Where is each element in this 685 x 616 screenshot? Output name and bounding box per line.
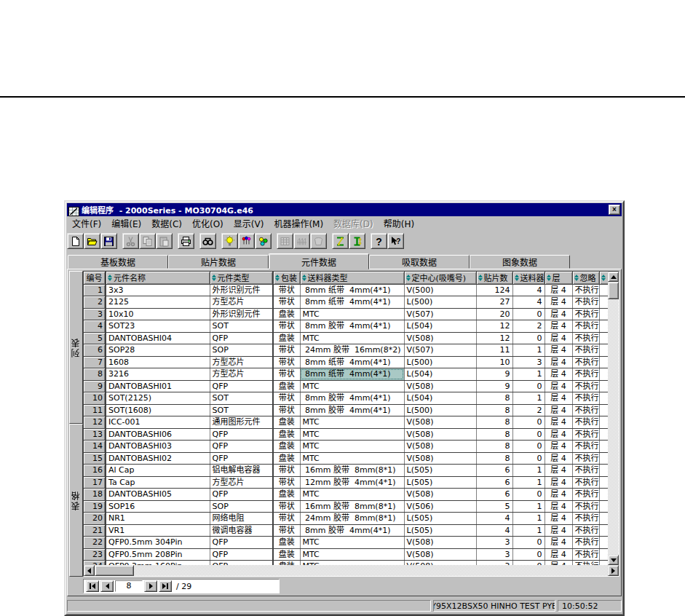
cell[interactable]: SOT	[210, 320, 273, 333]
cell[interactable]: V(508)	[404, 380, 476, 392]
cell[interactable]: 层 4	[545, 296, 572, 309]
vertical-scrollbar-thumb[interactable]	[608, 282, 619, 299]
title-bar[interactable]: 编辑程序 - 2000Series - MO30704G.e46 ×	[67, 203, 622, 216]
cell[interactable]: 层 4	[545, 476, 572, 489]
cell[interactable]: 不执行	[572, 332, 599, 344]
cell[interactable]: V(508)	[404, 452, 476, 465]
cell[interactable]: 不执行	[572, 368, 599, 381]
cell[interactable]: 2	[512, 320, 545, 333]
cell[interactable]: 层 4	[545, 356, 572, 368]
cell[interactable]: 3	[476, 537, 512, 549]
cell[interactable]: 8	[476, 392, 512, 405]
i-beam-button[interactable]	[349, 233, 365, 249]
last-record-button[interactable]	[159, 580, 172, 592]
cell[interactable]: SOP28	[106, 344, 210, 357]
cell[interactable]: 层 4	[545, 537, 572, 549]
row-number-cell[interactable]: 1	[84, 284, 106, 296]
cell[interactable]: V(508)	[404, 489, 476, 501]
cell[interactable]: QFP	[210, 332, 273, 344]
record-number-input[interactable]: 8	[115, 580, 143, 592]
cell[interactable]: 层 4	[545, 320, 572, 333]
pins-button[interactable]	[238, 233, 255, 249]
cell[interactable]: 带状	[273, 392, 300, 405]
cell[interactable]: 层 4	[545, 404, 572, 416]
cell[interactable]: 8	[476, 452, 512, 465]
cell[interactable]: 不执行	[572, 489, 599, 501]
cell[interactable]: QFP	[210, 380, 273, 392]
row-number-cell[interactable]: 22	[84, 537, 106, 549]
cell[interactable]: 带状	[273, 500, 300, 513]
cell[interactable]: 盘装	[273, 428, 300, 441]
cell[interactable]: 3	[476, 548, 512, 561]
cell[interactable]: DANTOBASHI05	[106, 489, 210, 501]
cell[interactable]: 层 4	[545, 513, 572, 525]
cell[interactable]: 层 4	[545, 284, 572, 296]
cell[interactable]: MTC	[300, 332, 404, 344]
cell[interactable]: QFP	[210, 452, 273, 465]
cell[interactable]: 不执行	[572, 308, 599, 320]
cell[interactable]: 0	[512, 489, 545, 501]
cell[interactable]: L(505)	[404, 465, 476, 477]
cell[interactable]: 层 4	[545, 489, 572, 501]
cell[interactable]: 12	[476, 320, 512, 333]
cell[interactable]: 12	[476, 332, 512, 344]
cell[interactable]: DANTOBASHI02	[106, 452, 210, 465]
row-number-cell[interactable]: 14	[84, 441, 106, 453]
side-tab-grid[interactable]: 表格	[69, 424, 83, 577]
open-button[interactable]	[84, 233, 100, 249]
cell[interactable]: 层 4	[545, 332, 572, 344]
cell[interactable]: 不执行	[572, 524, 599, 537]
cell[interactable]: V(508)	[404, 441, 476, 453]
cell[interactable]: 带状	[273, 344, 300, 357]
cell[interactable]: L(504)	[404, 320, 476, 333]
cell[interactable]: 层 4	[545, 452, 572, 465]
help-button[interactable]: ?	[371, 233, 387, 249]
cell[interactable]: QFP	[210, 441, 273, 453]
save-button[interactable]	[100, 233, 117, 249]
cell[interactable]: 3x3	[106, 284, 210, 296]
row-number-cell[interactable]: 13	[84, 428, 106, 441]
cell[interactable]: 网络电阻	[210, 513, 273, 525]
cell[interactable]: ICC-001	[106, 416, 210, 429]
column-header-7[interactable]: 送料器	[512, 272, 545, 284]
balls-button[interactable]	[255, 233, 272, 249]
cell[interactable]: QFP0.5mm 304Pin	[106, 537, 210, 549]
cell[interactable]: 不执行	[572, 548, 599, 561]
cell[interactable]: 12mm 胶带 4mm(4*1)	[300, 476, 404, 489]
column-header-1[interactable]: 元件名称	[106, 272, 210, 284]
cell[interactable]: 1	[512, 513, 545, 525]
horizontal-scrollbar-track[interactable]	[134, 565, 608, 576]
row-number-cell[interactable]: 21	[84, 524, 106, 537]
cell[interactable]: 带状	[273, 404, 300, 416]
scroll-up-button[interactable]	[608, 272, 619, 282]
row-number-cell[interactable]: 6	[84, 344, 106, 357]
cell[interactable]: 带状	[273, 284, 300, 296]
cell[interactable]: 层 4	[545, 428, 572, 441]
cell[interactable]: 层 4	[545, 465, 572, 477]
cell[interactable]: Ta Cap	[106, 476, 210, 489]
cell[interactable]: 不执行	[572, 465, 599, 477]
cell[interactable]: 层 4	[545, 441, 572, 453]
menu-item-edit[interactable]: 编辑(E)	[106, 216, 146, 230]
cell[interactable]: 2	[512, 404, 545, 416]
cell[interactable]: SOT(1608)	[106, 404, 210, 416]
row-number-cell[interactable]: 20	[84, 513, 106, 525]
cell[interactable]: 1608	[106, 356, 210, 368]
cell[interactable]: 带状	[273, 476, 300, 489]
cell[interactable]: 盘装	[273, 441, 300, 453]
cell[interactable]: VR1	[106, 524, 210, 537]
cell[interactable]: 不执行	[572, 476, 599, 489]
cell[interactable]: 0	[512, 332, 545, 344]
row-number-cell[interactable]: 15	[84, 452, 106, 465]
cell[interactable]: 8mm 胶带 4mm(4*1)	[300, 320, 404, 333]
column-header-stub[interactable]	[599, 272, 608, 284]
menu-item-help[interactable]: 帮助(H)	[379, 216, 419, 230]
cell[interactable]: 带状	[273, 356, 300, 368]
row-number-cell[interactable]: 9	[84, 380, 106, 392]
cell[interactable]: MTC	[300, 380, 404, 392]
cell[interactable]: 不执行	[572, 284, 599, 296]
cell[interactable]: 0	[512, 308, 545, 320]
cell[interactable]: 8mm 纸带 4mm(4*1)	[300, 356, 404, 368]
cell[interactable]: MTC	[300, 308, 404, 320]
tab-pickup-data[interactable]: 吸取数据	[369, 255, 470, 269]
